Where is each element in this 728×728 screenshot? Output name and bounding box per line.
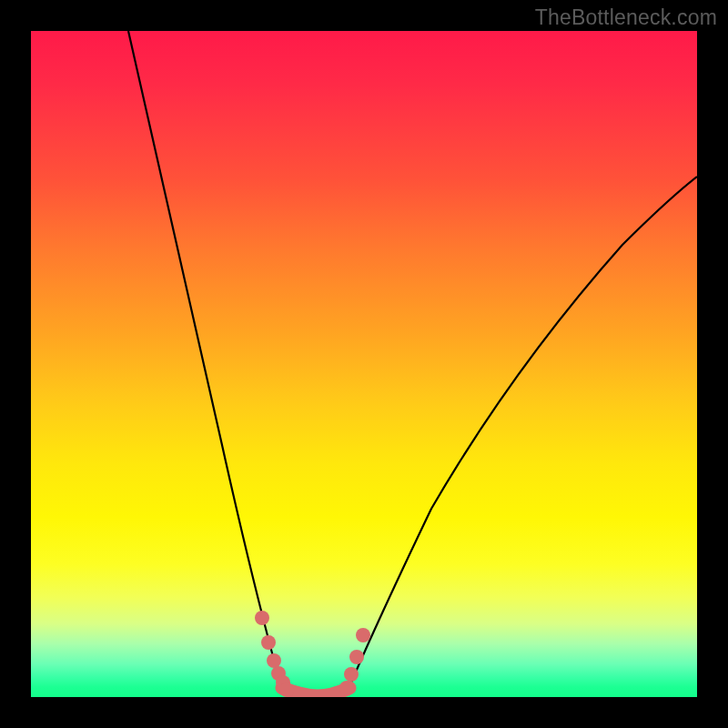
chart-svg xyxy=(31,31,697,697)
svg-point-5 xyxy=(279,682,294,697)
bottleneck-curve-left xyxy=(128,31,284,691)
svg-point-2 xyxy=(267,653,281,668)
svg-point-7 xyxy=(344,667,359,682)
svg-point-6 xyxy=(339,681,354,695)
chart-frame: TheBottleneck.com xyxy=(0,0,728,728)
svg-point-8 xyxy=(349,650,364,664)
plot-area xyxy=(31,31,697,697)
svg-point-0 xyxy=(255,611,269,625)
beads-left xyxy=(255,611,294,697)
svg-point-9 xyxy=(356,628,370,642)
svg-point-1 xyxy=(261,635,276,650)
watermark-text: TheBottleneck.com xyxy=(535,5,717,30)
bottleneck-curve-right xyxy=(348,177,697,691)
